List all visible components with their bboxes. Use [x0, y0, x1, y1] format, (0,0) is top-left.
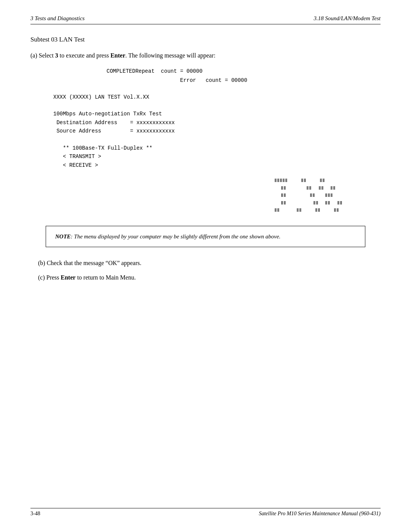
diagram-area: ⅡⅡⅡⅡⅡ ⅡⅡ ⅡⅡ ⅡⅡ ⅡⅡ ⅡⅡ ⅡⅡ ⅡⅡ ⅡⅡ ⅡⅡⅡ ⅡⅡ ⅡⅡ …	[30, 177, 342, 214]
step-b-text: (b) Check that the message “OK” appears.	[38, 260, 141, 266]
step-c-suffix: to return to Main Menu.	[76, 274, 136, 281]
section-title: Subtest 03 LAN Test	[30, 36, 381, 43]
step-a-text: (a) Select 3 to execute and press Enter.…	[30, 51, 381, 60]
footer-page-number: 3-48	[30, 511, 40, 517]
diagram-graphic: ⅡⅡⅡⅡⅡ ⅡⅡ ⅡⅡ ⅡⅡ ⅡⅡ ⅡⅡ ⅡⅡ ⅡⅡ ⅡⅡ ⅡⅡⅡ ⅡⅡ ⅡⅡ …	[274, 177, 342, 214]
step-b: (b) Check that the message “OK” appears.	[30, 259, 381, 268]
note-content: : The menu displayed by your computer ma…	[71, 233, 280, 240]
footer-bar: 3-48 Satellite Pro M10 Series Maintenanc…	[30, 508, 381, 517]
header-left: 3 Tests and Diagnostics	[30, 15, 84, 22]
terminal-block: XXXX (XXXXX) LAN TEST Vol.X.XX 100Mbps A…	[53, 93, 381, 170]
step-a-middle: to execute and press	[58, 52, 110, 59]
step-c-bold: Enter	[61, 274, 76, 281]
footer-title: Satellite Pro M10 Series Maintenance Man…	[259, 511, 381, 517]
step-a-bold2: Enter	[110, 52, 125, 59]
completed-label: COMPLETED	[107, 67, 135, 85]
note-text: NOTE: The menu displayed by your compute…	[55, 232, 356, 241]
step-a-bold1: 3	[55, 52, 58, 59]
note-bold: NOTE	[55, 233, 71, 240]
page-container: 3 Tests and Diagnostics 3.18 Sound/LAN/M…	[0, 0, 411, 532]
header-bar: 3 Tests and Diagnostics 3.18 Sound/LAN/M…	[30, 15, 381, 24]
note-box: NOTE: The menu displayed by your compute…	[46, 226, 365, 248]
header-right: 3.18 Sound/LAN/Modem Test	[314, 15, 381, 22]
repeat-count: Repeat count = 00000 Error count = 00000	[135, 67, 247, 85]
step-c: (c) Press Enter to return to Main Menu.	[30, 273, 381, 282]
terminal-status: COMPLETED Repeat count = 00000 Error cou…	[30, 67, 381, 85]
step-c-prefix: (c) Press	[38, 274, 61, 281]
step-a-prefix: (a) Select	[30, 52, 55, 59]
step-a-suffix: . The following message will appear:	[125, 52, 215, 59]
